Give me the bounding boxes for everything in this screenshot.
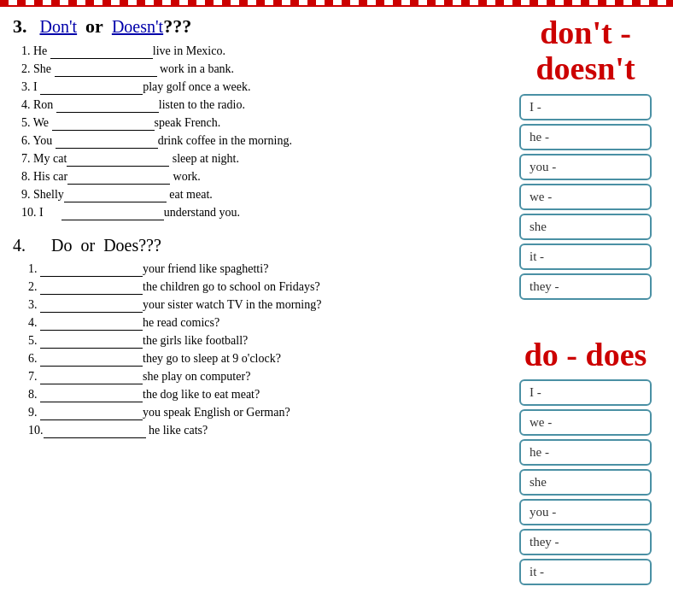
right-panel: don't - doesn't I - he - you - we - she …	[502, 15, 673, 597]
blank-49	[40, 406, 143, 420]
list-item: 9. you speak English or German?	[28, 406, 494, 420]
blank-4	[56, 98, 159, 113]
blank-42	[40, 280, 143, 295]
blank-47	[40, 370, 143, 384]
blank-2	[55, 62, 157, 77]
pronoun-box-we-dont: we -	[519, 184, 652, 210]
blank-41	[40, 262, 143, 277]
section4-header: 4. Do or Does???	[13, 236, 494, 255]
list-item: 5. the girls like football?	[28, 334, 494, 349]
do-pronouns-group: I - we - he - she you - they - it -	[519, 379, 652, 589]
blank-6	[56, 134, 158, 149]
doesnt-link[interactable]: Doesn't	[112, 17, 163, 36]
blank-410	[44, 424, 146, 438]
dont-link[interactable]: Don't	[40, 17, 78, 36]
blank-1	[50, 44, 153, 59]
list-item: 6. You drink coffee in the morning.	[21, 134, 494, 149]
blank-8	[67, 170, 170, 185]
list-item: 2. She work in a bank.	[21, 62, 494, 77]
pronoun-box-it-do: it -	[519, 559, 652, 585]
top-border	[0, 0, 673, 7]
blank-3	[40, 80, 143, 95]
section3-header: 3. Don't or Doesn't???	[13, 15, 494, 38]
list-item: 10. he like cats?	[28, 424, 494, 438]
do-does-title: do - does	[524, 337, 647, 373]
list-item: 5. We speak French.	[21, 116, 494, 131]
dont-doesnt-title: don't - doesn't	[506, 15, 664, 87]
blank-45	[40, 334, 143, 349]
list-item: 1. He live in Mexico.	[21, 44, 494, 59]
list-item: 9. Shelly eat meat.	[21, 188, 494, 202]
section4-title: 4. Do or Does???	[13, 236, 161, 255]
blank-43	[40, 298, 143, 313]
pronoun-box-she-dont: she	[519, 214, 652, 240]
section4-list: 1. your friend like spaghetti? 2. the ch…	[13, 262, 494, 438]
pronoun-box-I-dont: I -	[519, 94, 652, 120]
left-panel: 3. Don't or Doesn't??? 1. He live in Mex…	[0, 15, 502, 597]
section3-num: 3.	[13, 15, 27, 37]
pronoun-box-they-do: they -	[519, 529, 652, 555]
list-item: 1. your friend like spaghetti?	[28, 262, 494, 277]
pronoun-box-it-dont: it -	[519, 243, 652, 270]
list-item: 7. My cat sleep at night.	[21, 152, 494, 167]
list-item: 8. the dog like to eat meat?	[28, 388, 494, 402]
list-item: 7. she play on computer?	[28, 370, 494, 384]
blank-5	[52, 116, 155, 131]
pronoun-box-we-do: we -	[519, 409, 652, 436]
blank-44	[40, 316, 143, 331]
list-item: 4. Ron listen to the radio.	[21, 98, 494, 113]
list-item: 3. your sister watch TV in the morning?	[28, 298, 494, 313]
list-item: 10. I understand you.	[21, 206, 494, 220]
list-item: 3. I play golf once a week.	[21, 80, 494, 95]
list-item: 4. he read comics?	[28, 316, 494, 331]
dont-pronouns-group: I - he - you - we - she it - they -	[519, 94, 652, 303]
section3-title: 3. Don't or Doesn't???	[13, 17, 191, 36]
does-link[interactable]: Does	[103, 236, 138, 255]
blank-10	[61, 206, 164, 220]
list-item: 2. the children go to school on Fridays?	[28, 280, 494, 295]
blank-9	[64, 188, 167, 202]
blank-7	[67, 152, 169, 167]
pronoun-box-they-dont: they -	[519, 273, 652, 300]
pronoun-box-you-dont: you -	[519, 154, 652, 180]
pronoun-box-he-dont: he -	[519, 124, 652, 150]
section4-num: 4.	[13, 236, 26, 255]
pronoun-box-I-do: I -	[519, 379, 652, 406]
list-item: 6. they go to sleep at 9 o'clock?	[28, 352, 494, 367]
pronoun-box-she-do: she	[519, 469, 652, 496]
pronoun-box-you-do: you -	[519, 499, 652, 525]
blank-48	[40, 388, 143, 402]
pronoun-box-he-do: he -	[519, 439, 652, 466]
list-item: 8. His car work.	[21, 170, 494, 185]
main-layout: 3. Don't or Doesn't??? 1. He live in Mex…	[0, 7, 673, 597]
do-link[interactable]: Do	[51, 236, 72, 255]
blank-46	[40, 352, 143, 367]
section3-list: 1. He live in Mexico. 2. She work in a b…	[13, 44, 494, 220]
